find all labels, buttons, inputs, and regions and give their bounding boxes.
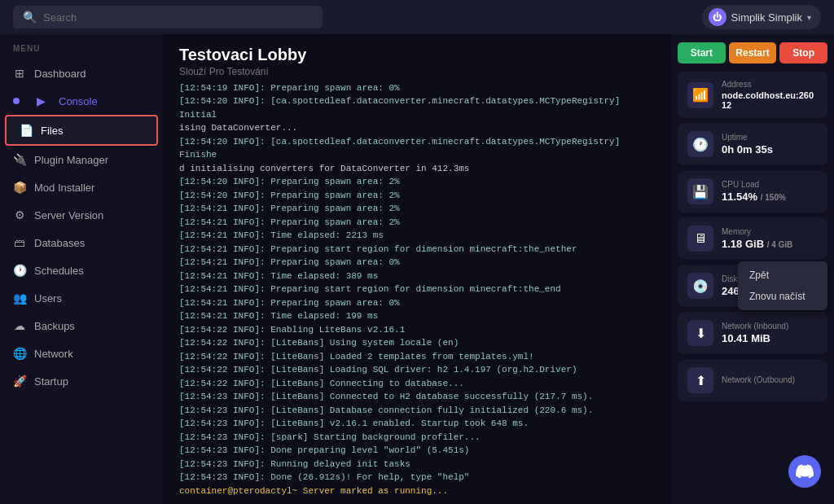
sidebar-item-databases[interactable]: 🗃 Databases — [0, 229, 163, 256]
sidebar-item-network[interactable]: 🌐 Network — [0, 340, 163, 367]
backups-icon: ☁ — [13, 319, 26, 332]
console-line: [12:54:21 INFO]: Preparing start region … — [179, 243, 655, 256]
wifi-icon: 📶 — [687, 82, 713, 108]
sidebar: MENU ⊞ Dashboard ▶ Console 📄 Files 🔌 Plu… — [0, 34, 163, 504]
sidebar-item-label: Plugin Manager — [34, 154, 108, 166]
right-panel: Start Restart Stop 📶 Address node.coldho… — [671, 34, 834, 504]
sidebar-item-server-version[interactable]: ⚙ Server Version — [0, 201, 163, 229]
console-line: [12:54:21 INFO]: Preparing spawn area: 0… — [179, 296, 655, 310]
address-value: node.coldhost.eu:26012 — [722, 90, 818, 110]
action-buttons: Start Restart Stop — [678, 42, 827, 64]
context-menu-reload[interactable]: Znovu načíst — [738, 286, 827, 307]
network-out-icon: ⬆ — [687, 367, 713, 393]
main-layout: MENU ⊞ Dashboard ▶ Console 📄 Files 🔌 Plu… — [0, 34, 834, 504]
start-button[interactable]: Start — [678, 42, 726, 64]
console-line: [12:54:23 INFO]: [LiteBans] Connected to… — [179, 390, 655, 404]
content-area: Testovaci Lobby Slouží Pro Testování [12… — [163, 34, 671, 504]
console-line: d initialising converters for DataConver… — [179, 162, 655, 176]
console-line: [12:54:21 INFO]: Time elapsed: 2213 ms — [179, 229, 655, 243]
disk-icon: 💿 — [687, 273, 713, 299]
sidebar-item-startup[interactable]: 🚀 Startup — [0, 367, 163, 395]
memory-value: 1.18 GiB / 4 GiB — [722, 238, 818, 250]
sidebar-item-label: Files — [41, 125, 63, 137]
console-line: [12:54:20 INFO]: Preparing spawn area: 2… — [179, 189, 655, 203]
network-in-icon: ⬇ — [687, 320, 713, 346]
network-in-label: Network (Inbound) — [722, 322, 818, 331]
sidebar-item-files[interactable]: 📄 Files — [5, 115, 158, 146]
users-icon: 👥 — [13, 291, 26, 305]
clock-icon: 🕐 — [687, 131, 713, 157]
console-line: [12:54:20 INFO]: [ca.spottedleaf.datacon… — [179, 94, 655, 121]
uptime-label: Uptime — [722, 133, 818, 142]
console-line: [12:54:22 INFO]: [LiteBans] Connecting t… — [179, 377, 655, 391]
context-menu-back[interactable]: Zpět — [738, 265, 827, 286]
sidebar-item-label: Schedules — [34, 265, 84, 277]
console-line: [12:54:21 INFO]: Time elapsed: 199 ms — [179, 309, 655, 323]
console-line: ising DataConverter... — [179, 121, 655, 135]
stat-cpu: 💾 CPU Load 11.54% / 150% — [678, 170, 827, 213]
console-line: [12:54:23 INFO]: [spark] Starting backgr… — [179, 431, 655, 445]
databases-icon: 🗃 — [13, 236, 26, 249]
topbar-right: ⏻ Simplik Simplik ▾ — [702, 5, 821, 29]
discord-fab[interactable] — [788, 455, 821, 488]
console-icon: ▶ — [34, 94, 47, 107]
console-line: [12:54:20 INFO]: [ca.spottedleaf.datacon… — [179, 135, 655, 162]
memory-icon: 🖥 — [687, 226, 713, 252]
console-line: [12:54:22 INFO]: [LiteBans] Using system… — [179, 336, 655, 350]
sidebar-item-label: Backups — [34, 320, 75, 332]
network-out-label: Network (Outbound) — [722, 375, 818, 384]
sidebar-item-label: Network — [34, 348, 73, 360]
console-line: [12:54:21 INFO]: Preparing spawn area: 2… — [179, 202, 655, 216]
console-line: [12:54:22 INFO]: [LiteBans] Loading SQL … — [179, 363, 655, 377]
sidebar-item-users[interactable]: 👥 Users — [0, 284, 163, 312]
files-icon: 📄 — [20, 124, 33, 137]
server-header: Testovaci Lobby Slouží Pro Testování — [163, 34, 671, 84]
stat-memory: 🖥 Memory 1.18 GiB / 4 GiB Zpět Znovu nač… — [678, 217, 827, 260]
sidebar-item-schedules[interactable]: 🕐 Schedules — [0, 256, 163, 284]
console-line: [12:54:20 INFO]: Preparing spawn area: 2… — [179, 175, 655, 189]
search-input[interactable] — [43, 11, 313, 24]
cpu-value: 11.54% / 150% — [722, 191, 818, 203]
restart-button[interactable]: Restart — [729, 42, 777, 64]
console-line: [12:54:23 INFO]: [LiteBans] v2.16.1 enab… — [179, 417, 655, 431]
console-active-indicator — [13, 98, 20, 104]
stat-uptime: 🕐 Uptime 0h 0m 35s — [678, 123, 827, 165]
console-line: [12:54:21 INFO]: Preparing spawn area: 0… — [179, 256, 655, 270]
network-in-value: 10.41 MiB — [722, 332, 818, 344]
sidebar-item-label: Server Version — [34, 209, 103, 221]
discord-icon — [796, 462, 814, 480]
search-bar[interactable]: 🔍 — [13, 6, 323, 28]
sidebar-item-label: Console — [59, 95, 98, 107]
sidebar-item-mod-installer[interactable]: 📦 Mod Installer — [0, 173, 163, 201]
sidebar-item-label: Databases — [34, 237, 85, 249]
console-output[interactable]: [12:54:16 INFO]:[12:54:16 INFO]: LuckPer… — [163, 84, 671, 504]
server-name: Testovaci Lobby — [179, 46, 655, 64]
console-line: [12:54:22 INFO]: [LiteBans] Loaded 2 tem… — [179, 350, 655, 364]
network-icon: 🌐 — [13, 347, 26, 360]
console-line: [12:54:23 INFO]: Done (26.912s)! For hel… — [179, 471, 655, 484]
user-menu[interactable]: ⏻ Simplik Simplik ▾ — [702, 5, 821, 29]
stat-network-out: ⬆ Network (Outbound) — [678, 359, 827, 401]
console-line: [12:54:22 INFO]: Enabling LiteBans v2.16… — [179, 323, 655, 337]
user-avatar: ⏻ — [709, 8, 726, 26]
sidebar-item-backups[interactable]: ☁ Backups — [0, 312, 163, 340]
memory-label: Memory — [722, 227, 818, 236]
sidebar-item-label: Startup — [34, 375, 68, 388]
sidebar-item-dashboard[interactable]: ⊞ Dashboard — [0, 59, 163, 87]
sidebar-item-label: Dashboard — [34, 68, 86, 80]
sidebar-item-console[interactable]: ▶ Console — [0, 87, 163, 115]
console-line: [12:54:21 INFO]: Time elapsed: 389 ms — [179, 270, 655, 283]
chevron-down-icon: ▾ — [807, 13, 811, 22]
server-desc: Slouží Pro Testování — [179, 66, 655, 77]
cpu-icon: 💾 — [687, 178, 713, 204]
dashboard-icon: ⊞ — [13, 67, 26, 80]
context-menu-popup: Zpět Znovu načíst — [738, 261, 827, 310]
console-line: [12:54:21 INFO]: Preparing spawn area: 2… — [179, 216, 655, 230]
plugin-manager-icon: 🔌 — [13, 153, 26, 166]
sidebar-item-plugin-manager[interactable]: 🔌 Plugin Manager — [0, 146, 163, 173]
schedules-icon: 🕐 — [13, 264, 26, 277]
startup-icon: 🚀 — [13, 375, 26, 388]
stop-button[interactable]: Stop — [779, 42, 827, 64]
console-line: [12:54:23 INFO]: Running delayed init ta… — [179, 458, 655, 471]
topbar: 🔍 ⏻ Simplik Simplik ▾ — [0, 0, 834, 34]
